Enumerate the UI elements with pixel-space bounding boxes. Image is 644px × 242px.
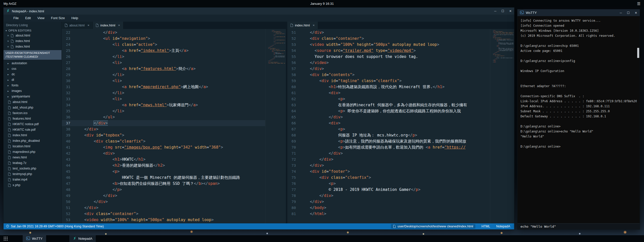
code-line-52[interactable]: 52 <div class="container"> <box>287 36 490 42</box>
file-favicon.ico[interactable]: favicon.ico <box>4 110 62 116</box>
code-line-76[interactable]: 76 <p> <box>287 181 490 187</box>
terminal-input[interactable]: echo "Hello World" <box>517 223 640 229</box>
folder-dl[interactable]: ▸dl <box>4 77 62 83</box>
code-line-28[interactable]: 28 <a href="features.html">簡介</a> <box>62 66 265 72</box>
editor-tab-index.html[interactable]: index.html✕ <box>287 22 318 29</box>
code-line-32[interactable]: 32 </li> <box>62 90 265 96</box>
code-line-52[interactable]: 52 <div class="container"> <box>62 211 265 217</box>
code-line-40[interactable]: 40 <div class="clearfix"> <box>62 138 265 144</box>
terminal-scrollbar-thumb[interactable] <box>637 48 639 58</box>
file-trailer.mp4[interactable]: trailer.mp4 <box>4 177 62 182</box>
minimap-left[interactable]: </div> <ul id="navigation"> <li class="a… <box>265 29 286 223</box>
code-line-39[interactable]: 39 <div id="topbox"> <box>62 132 265 138</box>
code-line-78[interactable]: 78 </div> <box>287 193 490 199</box>
code-line-42[interactable]: 42 <div> <box>62 150 265 156</box>
code-line-56[interactable]: 56 </video> <box>287 60 490 66</box>
code-line-66[interactable]: 66 <div> <box>287 120 490 126</box>
close-icon[interactable]: ✕ <box>635 11 637 15</box>
code-line-31[interactable]: 31 <a href="mapredirect.php">網上地圖</a> <box>62 84 265 90</box>
wstty-titlebar[interactable]: WsTTY ─ ☐ ✕ <box>517 9 640 16</box>
minimize-icon[interactable]: ─ <box>494 9 497 13</box>
code-line-62[interactable]: 62 <p> <box>287 96 490 102</box>
folder-yamlyamlami[interactable]: ▸yamlyamlami <box>4 94 62 99</box>
code-line-67[interactable]: 67 <p> <box>287 126 490 132</box>
open-editors-header[interactable]: ▾ OPEN EDITORS <box>4 28 62 33</box>
code-editor-left[interactable]: 22 </div>23 <ul id="navigation">24 <li c… <box>62 29 265 223</box>
code-line-61[interactable]: 61 <div> <box>287 90 490 96</box>
minimize-icon[interactable]: ─ <box>620 11 622 15</box>
code-line-22[interactable]: 22 </div> <box>62 29 265 36</box>
code-line-50[interactable]: 50 </div> <box>62 199 265 205</box>
code-line-24[interactable]: 24 <li class="active"> <box>62 42 265 48</box>
menu-help[interactable]: Help <box>68 15 81 22</box>
code-editor-right[interactable]: 51 </div>52 <div class="container">53 <v… <box>287 29 490 223</box>
file-index.php_disabled[interactable]: index.php_disabled <box>4 138 62 144</box>
code-line-27[interactable]: 27 <li> <box>62 60 265 66</box>
code-line-60[interactable]: 60 <h1>特別為建築及鐵路而設，現代化的 Minecraft 世界.</h1… <box>287 84 490 90</box>
file-teabag.7z[interactable]: teabag.7z <box>4 160 62 166</box>
code-line-53[interactable]: 53 <video width="100%" height="500px" au… <box>287 42 490 48</box>
folder-images[interactable]: ▸images <box>4 88 62 94</box>
code-line-23[interactable]: 23 <ul id="navigation"> <box>62 36 265 42</box>
close-icon[interactable]: ✕ <box>7 34 9 37</box>
editor-tab-index.html[interactable]: index.html✕ <box>93 22 124 29</box>
open-editor-index.html[interactable]: ✕index.html <box>4 38 62 44</box>
folder-fonts[interactable]: ▸fonts <box>4 83 62 88</box>
close-icon[interactable]: ✕ <box>7 45 9 48</box>
open-editor-index.html[interactable]: ✕index.html <box>4 44 62 49</box>
file-location.html[interactable]: location.html <box>4 144 62 149</box>
statusbar-filepath[interactable]: user/Desktop/screenshot/test/www cleaned… <box>391 224 475 229</box>
menu-view[interactable]: View <box>34 15 48 22</box>
tab-close-icon[interactable]: ✕ <box>87 24 89 27</box>
folder-css[interactable]: ▸css <box>4 66 62 72</box>
notepad-titlebar[interactable]: NotepadA - index.html ─ ☐ ✕ <box>4 8 514 15</box>
code-line-35[interactable]: 35 </li> <box>62 108 265 114</box>
hamburger-menu-icon[interactable]: ☰ <box>637 2 640 6</box>
tab-close-icon[interactable]: ✕ <box>118 24 120 27</box>
code-line-65[interactable]: 65 </div> <box>287 114 490 120</box>
code-line-73[interactable]: 73 </div> <box>287 162 490 168</box>
maximize-icon[interactable]: ☐ <box>627 11 630 15</box>
code-line-75[interactable]: 75 <div class="clearfix"> <box>287 175 490 181</box>
code-line-70[interactable]: 70 <p>如有問題或需要申請白名單，歡迎加入我們的 <a href="http… <box>287 144 490 150</box>
file-index.html[interactable]: index.html <box>4 132 62 138</box>
file-features.html[interactable]: features.html <box>4 116 62 121</box>
code-line-77[interactable]: 77 © 2018 - 2019 HKWTC Animation Gamer</… <box>287 187 490 193</box>
code-line-41[interactable]: 41 <img src="images/box.png" height="342… <box>62 144 265 150</box>
file-about.html[interactable]: about.html <box>4 99 62 105</box>
code-line-54[interactable]: 54 <source src="trailer.mp4" type="video… <box>287 48 490 54</box>
code-line-55[interactable]: 55 Your browser does not support the vid… <box>287 54 490 60</box>
statusbar-language[interactable]: HTML <box>481 225 490 228</box>
file-test_sockets.php[interactable]: test_sockets.php <box>4 166 62 171</box>
maximize-icon[interactable]: ☐ <box>501 9 504 13</box>
folder-dc[interactable]: ▸dc <box>4 72 62 77</box>
code-line-45[interactable]: 45 <p> <box>62 168 265 175</box>
code-line-71[interactable]: 71 </div> <box>287 150 490 156</box>
menu-font-size[interactable]: Font Size <box>48 15 68 22</box>
minimap-right[interactable]: </div> <div class="container"> <video wi… <box>490 29 514 223</box>
file-testmysql.php[interactable]: testmysql.php <box>4 171 62 177</box>
code-line-25[interactable]: 25 <a href="index.html">主頁</a> <box>62 48 265 54</box>
close-icon[interactable]: ✕ <box>509 9 512 13</box>
folder-autostation[interactable]: ▸autostation <box>4 60 62 66</box>
code-line-37[interactable]: 37 </div> <box>62 120 265 126</box>
code-line-44[interactable]: 44 <h2>香港的建築伺服器</h2> <box>62 162 265 168</box>
code-line-33[interactable]: 33 <li> <box>62 96 265 102</box>
sidebar-root-folder[interactable]: USER:/DESKTOP/SCREENSHOT /TEST/WWW CLEAN… <box>4 50 62 60</box>
code-line-63[interactable]: 63 在香港的Minecraft 伺服器中，多為小遊戲和純生存的伺服器，較少擁有 <box>287 102 490 108</box>
code-line-29[interactable]: 29 </li> <box>62 72 265 78</box>
file-add_vhost.php[interactable]: add_vhost.php <box>4 105 62 110</box>
code-line-79[interactable]: 79 </div> <box>287 199 490 205</box>
editor-tab-about.html[interactable]: about.html✕ <box>62 22 93 29</box>
code-line-48[interactable]: 48 </p> <box>62 187 265 193</box>
file-HKWTC notice.pdf[interactable]: HKWTC notice.pdf <box>4 121 62 127</box>
code-line-36[interactable]: 36 </ul> <box>62 114 265 120</box>
code-line-57[interactable]: 57 </div> <box>287 66 490 72</box>
start-menu-button[interactable] <box>0 235 11 242</box>
code-line-51[interactable]: 51 </div> <box>287 29 490 36</box>
code-line-38[interactable]: 38 </div> <box>62 126 265 132</box>
tab-close-icon[interactable]: ✕ <box>313 24 315 27</box>
code-line-74[interactable]: 74 <div id="footer"> <box>287 168 490 175</box>
code-line-34[interactable]: 34 <a href="news.html">玩家傳送門</a> <box>62 102 265 108</box>
code-line-53[interactable]: 53 <video width="100%" height="500px" au… <box>62 217 265 223</box>
